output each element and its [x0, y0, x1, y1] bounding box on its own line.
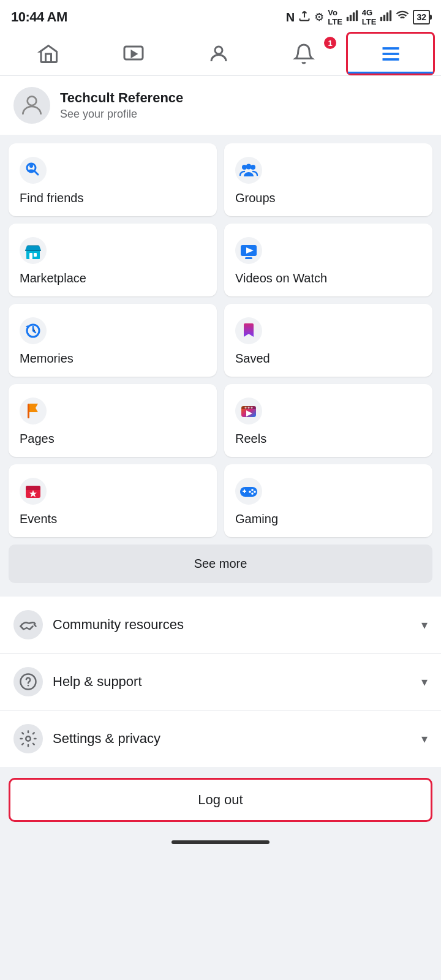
- netflix-icon: N: [286, 10, 295, 24]
- svg-rect-3: [356, 10, 358, 21]
- community-resources-label: Community resources: [53, 617, 412, 633]
- svg-rect-23: [26, 251, 40, 259]
- reels-icon: [235, 398, 262, 424]
- svg-rect-24: [29, 253, 32, 259]
- gaming-label: Gaming: [235, 512, 421, 526]
- svg-rect-46: [26, 488, 40, 490]
- pages-label: Pages: [20, 432, 206, 446]
- svg-rect-5: [383, 15, 385, 21]
- saved-label: Saved: [235, 352, 421, 366]
- accordion-community-resources[interactable]: Community resources ▾: [0, 597, 441, 654]
- svg-point-41: [251, 407, 253, 409]
- accordion-settings-privacy[interactable]: Settings & privacy ▾: [0, 710, 441, 767]
- grid-card-marketplace[interactable]: Marketplace: [9, 224, 217, 296]
- events-label: Events: [20, 512, 206, 526]
- grid-card-events[interactable]: Events: [9, 464, 217, 537]
- grid-card-groups[interactable]: Groups: [224, 143, 432, 216]
- help-support-label: Help & support: [53, 674, 412, 690]
- status-icons: N ⚙ VoLTE 4GLTE: [286, 8, 430, 26]
- signal-icon: VoLTE: [328, 8, 342, 26]
- grid-row-4: Pages: [9, 384, 432, 457]
- memories-icon: [20, 317, 47, 344]
- svg-rect-35: [28, 404, 29, 418]
- videos-on-watch-icon: [235, 237, 262, 264]
- nav-home[interactable]: [6, 32, 91, 75]
- upload-icon: [298, 10, 311, 25]
- reels-label: Reels: [235, 432, 421, 446]
- svg-point-21: [246, 164, 252, 170]
- help-support-icon: [13, 667, 43, 696]
- status-time: 10:44 AM: [11, 9, 67, 25]
- settings-privacy-chevron: ▾: [421, 731, 428, 746]
- svg-point-52: [251, 489, 254, 491]
- home-indicator: [0, 833, 441, 849]
- signal-bars-icon: [346, 10, 358, 25]
- gaming-icon: [235, 478, 262, 505]
- nav-bar: 1: [0, 32, 441, 76]
- svg-rect-6: [386, 12, 388, 21]
- settings-privacy-label: Settings & privacy: [53, 731, 412, 747]
- svg-rect-7: [390, 10, 391, 21]
- events-icon: [20, 478, 47, 505]
- accordion-help-support[interactable]: Help & support ▾: [0, 654, 441, 710]
- lte-icon: 4GLTE: [362, 8, 377, 26]
- pages-icon: [20, 398, 47, 424]
- grid-card-memories[interactable]: Memories: [9, 304, 217, 377]
- svg-point-58: [26, 736, 31, 741]
- notification-badge: 1: [324, 37, 336, 49]
- nav-notifications[interactable]: 1: [261, 32, 346, 75]
- grid-section: Find friends Groups: [0, 143, 441, 592]
- svg-point-16: [29, 164, 33, 168]
- memories-label: Memories: [20, 352, 206, 366]
- svg-rect-1: [350, 15, 352, 21]
- svg-point-40: [248, 407, 250, 409]
- svg-point-9: [215, 47, 222, 54]
- grid-card-reels[interactable]: Reels: [224, 384, 432, 457]
- status-bar: 10:44 AM N ⚙ VoLTE 4GLTE: [0, 0, 441, 32]
- svg-rect-25: [34, 253, 37, 257]
- grid-card-pages[interactable]: Pages: [9, 384, 217, 457]
- grid-card-videos-on-watch[interactable]: Videos on Watch: [224, 224, 432, 296]
- svg-rect-2: [353, 12, 355, 21]
- svg-rect-0: [347, 17, 349, 21]
- grid-card-saved[interactable]: Saved: [224, 304, 432, 377]
- see-more-button[interactable]: See more: [9, 545, 432, 583]
- nav-menu[interactable]: [346, 32, 435, 75]
- settings-status-icon: ⚙: [314, 10, 324, 24]
- svg-point-39: [245, 407, 247, 409]
- grid-row-5: Events Gaming: [9, 464, 432, 537]
- svg-point-57: [28, 685, 29, 687]
- find-friends-icon: [20, 157, 47, 184]
- svg-point-13: [28, 96, 37, 105]
- accordion-section: Community resources ▾ Help & support ▾ S…: [0, 592, 441, 767]
- marketplace-icon: [20, 237, 47, 264]
- svg-point-55: [251, 492, 254, 495]
- settings-privacy-icon: [13, 724, 43, 753]
- svg-point-53: [254, 491, 256, 493]
- profile-name: Techcult Reference: [60, 90, 183, 106]
- grid-card-gaming[interactable]: Gaming: [224, 464, 432, 537]
- logout-button[interactable]: Log out: [9, 778, 432, 822]
- svg-rect-29: [245, 257, 252, 259]
- help-support-chevron: ▾: [421, 674, 428, 689]
- grid-row-2: Marketplace Videos on Watch: [9, 224, 432, 296]
- profile-section[interactable]: Techcult Reference See your profile: [0, 76, 441, 135]
- logout-section: Log out: [0, 767, 441, 833]
- svg-point-18: [235, 157, 262, 184]
- community-resources-icon: [13, 610, 43, 639]
- home-indicator-bar: [172, 840, 270, 844]
- marketplace-label: Marketplace: [20, 271, 206, 285]
- grid-row-1: Find friends Groups: [9, 143, 432, 216]
- grid-card-find-friends[interactable]: Find friends: [9, 143, 217, 216]
- svg-rect-51: [244, 489, 245, 493]
- find-friends-label: Find friends: [20, 191, 206, 205]
- community-resources-chevron: ▾: [421, 617, 428, 632]
- avatar: [13, 87, 50, 124]
- wifi-icon: [396, 9, 409, 26]
- nav-profile[interactable]: [176, 32, 262, 75]
- profile-subtext: See your profile: [60, 108, 183, 121]
- groups-icon: [235, 157, 262, 184]
- profile-info: Techcult Reference See your profile: [60, 90, 183, 121]
- nav-watch[interactable]: [91, 32, 176, 75]
- battery-icon: 32: [413, 10, 430, 24]
